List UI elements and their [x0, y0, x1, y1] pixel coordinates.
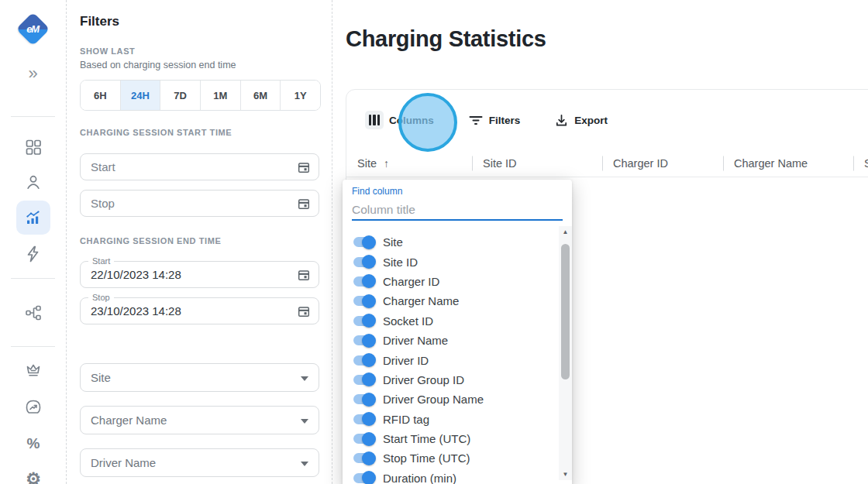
- column-toggle-stop-time-utc[interactable]: Stop Time (UTC): [343, 448, 559, 468]
- session-start-start-field[interactable]: [80, 153, 319, 180]
- logo-monogram: eM: [26, 23, 39, 35]
- show-last-subtitle: Based on charging session end time: [80, 60, 236, 70]
- column-header-socket-id[interactable]: Socket ID: [853, 149, 868, 177]
- scroll-down-icon[interactable]: ▼: [559, 471, 572, 478]
- column-toggle-duration-min[interactable]: Duration (min): [343, 469, 559, 484]
- time-range-1m[interactable]: 1M: [200, 81, 240, 110]
- column-toggle-driver-group-name[interactable]: Driver Group Name: [343, 390, 559, 409]
- scroll-up-icon[interactable]: ▲: [559, 228, 572, 235]
- time-range-1y[interactable]: 1Y: [280, 81, 320, 110]
- toggle-switch-on[interactable]: [353, 434, 374, 444]
- session-end-label: CHARGING SESSION END TIME: [80, 236, 221, 245]
- toggle-label: Stop Time (UTC): [383, 451, 470, 465]
- session-end-stop-input[interactable]: [91, 298, 284, 324]
- icon-rail: eM »: [0, 0, 67, 484]
- session-start-stop-input[interactable]: [91, 191, 284, 216]
- toggle-label: Driver ID: [383, 354, 429, 367]
- column-toggle-driver-name[interactable]: Driver Name: [343, 331, 559, 350]
- app-logo: eM: [17, 13, 48, 44]
- column-header-site-id[interactable]: Site ID: [472, 149, 602, 177]
- toggle-switch-on[interactable]: [353, 237, 374, 247]
- session-start-label: CHARGING SESSION START TIME: [80, 128, 232, 137]
- column-toggle-charger-name[interactable]: Charger Name: [343, 291, 559, 311]
- session-start-stop-field[interactable]: [80, 190, 319, 217]
- column-header-charger-id[interactable]: Charger ID: [602, 149, 723, 177]
- columns-icon: [365, 111, 384, 129]
- time-range-7d[interactable]: 7D: [160, 81, 200, 110]
- time-range-6h[interactable]: 6H: [81, 81, 120, 110]
- driver-name-filter-select[interactable]: Driver Name: [80, 448, 319, 477]
- site-filter-select[interactable]: Site: [80, 363, 319, 392]
- toggle-switch-on[interactable]: [353, 276, 374, 287]
- toggle-label: RFID tag: [383, 413, 429, 426]
- column-header-label: Charger Name: [734, 157, 808, 170]
- column-separator: [853, 156, 854, 170]
- calendar-icon[interactable]: [297, 268, 311, 282]
- toggle-switch-on[interactable]: [353, 296, 374, 306]
- percent-icon: %: [27, 436, 40, 451]
- nav-performance[interactable]: [16, 390, 50, 424]
- chevron-down-icon: [301, 462, 308, 466]
- column-toggle-site[interactable]: Site: [343, 232, 559, 252]
- session-end-start-field[interactable]: Start: [80, 261, 319, 288]
- column-toggle-socket-id[interactable]: Socket ID: [343, 311, 559, 331]
- column-header-charger-name[interactable]: Charger Name: [723, 149, 853, 177]
- filters-panel-title: Filters: [80, 14, 119, 29]
- column-header-site[interactable]: Site↑: [346, 149, 472, 177]
- toggle-label: Driver Group Name: [383, 393, 484, 406]
- toggle-switch-on[interactable]: [353, 355, 374, 366]
- nav-statistics[interactable]: [16, 201, 50, 235]
- select-label: Site: [91, 371, 111, 384]
- session-start-start-input[interactable]: [91, 154, 284, 180]
- expand-sidebar-icon[interactable]: »: [0, 65, 66, 82]
- column-toggle-start-time-utc[interactable]: Start Time (UTC): [343, 429, 559, 448]
- network-tree-icon: [24, 304, 43, 322]
- toggle-switch-on[interactable]: [353, 375, 374, 385]
- session-end-stop-field[interactable]: Stop: [80, 297, 319, 324]
- column-toggle-charger-id[interactable]: Charger ID: [343, 272, 559, 291]
- column-toggle-rfid-tag[interactable]: RFID tag: [343, 410, 559, 429]
- columns-menu-scrollbar[interactable]: ▲ ▼: [559, 226, 572, 480]
- chevron-down-icon: [301, 419, 308, 424]
- nav-charging[interactable]: [16, 237, 50, 271]
- download-icon: [554, 113, 569, 128]
- toggle-label: Charger ID: [383, 275, 439, 288]
- calendar-icon[interactable]: [297, 304, 311, 318]
- time-range-6m[interactable]: 6M: [240, 81, 281, 110]
- filters-panel: Filters SHOW LAST Based on charging sess…: [67, 0, 332, 484]
- column-toggle-driver-id[interactable]: Driver ID: [343, 350, 559, 369]
- nav-premium[interactable]: [16, 353, 50, 387]
- charging-bolt-icon: [24, 245, 43, 263]
- nav-users[interactable]: [16, 165, 50, 199]
- export-button[interactable]: Export: [554, 113, 608, 128]
- scrollbar-thumb[interactable]: [561, 244, 570, 379]
- toggle-switch-on[interactable]: [353, 394, 374, 404]
- toggle-switch-on[interactable]: [353, 453, 374, 463]
- export-button-label: Export: [574, 115, 608, 126]
- calendar-icon[interactable]: [297, 160, 311, 174]
- calendar-icon[interactable]: [297, 197, 311, 211]
- time-range-group: 6H24H7D1M6M1Y: [80, 80, 321, 111]
- toggle-label: Site: [383, 235, 403, 249]
- nav-dashboard[interactable]: [16, 130, 50, 164]
- nav-utilization[interactable]: %: [16, 426, 50, 460]
- nav-settings[interactable]: ⚙︎: [16, 462, 50, 484]
- settings-gear-plus-icon: ⚙︎: [26, 471, 41, 484]
- toggle-switch-on[interactable]: [353, 316, 374, 326]
- column-header-label: Site ID: [483, 157, 517, 170]
- session-end-start-input[interactable]: [91, 262, 284, 287]
- toggle-switch-on[interactable]: [353, 335, 374, 345]
- column-toggle-site-id[interactable]: Site ID: [343, 252, 559, 271]
- column-toggle-driver-group-id[interactable]: Driver Group ID: [343, 370, 559, 390]
- rail-divider: [11, 116, 55, 117]
- find-column-input[interactable]: [352, 200, 563, 221]
- time-range-24h[interactable]: 24H: [120, 81, 160, 110]
- toggle-switch-on[interactable]: [353, 257, 374, 267]
- toggle-switch-on[interactable]: [353, 414, 374, 424]
- charger-name-filter-select[interactable]: Charger Name: [80, 406, 319, 434]
- columns-button[interactable]: Columns: [365, 111, 434, 129]
- nav-network[interactable]: [16, 296, 50, 330]
- filters-button[interactable]: Filters: [468, 112, 521, 128]
- toggle-switch-on[interactable]: [353, 473, 374, 483]
- columns-toggle-list: SiteSite IDCharger IDCharger NameSocket …: [343, 232, 559, 484]
